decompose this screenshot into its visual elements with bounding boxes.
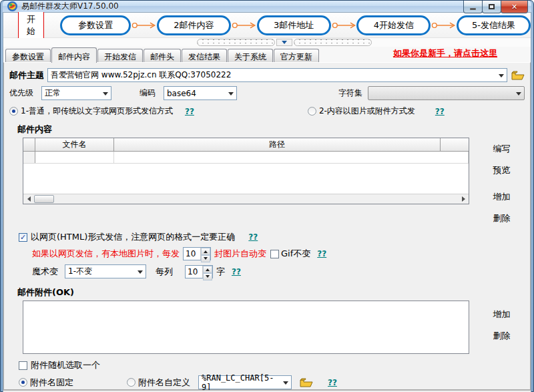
start-button[interactable]: 开始 [18,10,44,41]
scroll-left-icon[interactable] [23,194,34,204]
image-note-suffix: 封图片自动变 [214,248,266,260]
attachment-list[interactable] [23,301,469,354]
tab-send-result[interactable]: 发信结果 [182,49,227,62]
window-controls: ✕ [464,1,528,13]
percol-value: 10 [186,266,202,278]
table-row[interactable] [23,152,469,164]
toolbar-expand-button[interactable] [276,39,292,46]
content-add-button[interactable]: 增加 [491,190,513,204]
dropdown-arrow-icon[interactable] [226,89,236,98]
maximize-button[interactable] [482,1,501,13]
title-bar: 易邮件群发大师V17.50.00 ✕ [3,1,531,12]
arrow-right-icon [431,21,456,29]
priority-value: 正常 [45,87,61,99]
content-delete-button[interactable]: 删除 [491,211,513,226]
dropdown-arrow-icon[interactable] [100,89,111,98]
charset-label: 字符集 [338,87,362,99]
close-button[interactable]: ✕ [501,1,528,13]
toolbar-grip-right[interactable] [294,39,372,46]
path-column-header[interactable]: 路径 [114,138,441,151]
workflow-step-1[interactable]: 参数设置 [60,15,131,35]
window-title: 易邮件群发大师V17.50.00 [21,1,119,12]
maximize-icon [489,4,495,9]
stepper-up-icon[interactable] [201,248,210,255]
content-file-table[interactable]: 文件名 路径 [23,138,469,204]
tab-params[interactable]: 参数设置 [5,49,51,62]
row-selector-header[interactable] [23,138,35,151]
filename-column-header[interactable]: 文件名 [35,138,114,151]
window-body: 开始 参数设置 2邮件内容 3邮件地址 4开始发信 [3,12,531,392]
mode-normal-label: 1-普通，即传统以文字或网页形式发信方式 [21,106,173,117]
mode-normal-help-link[interactable]: ?? [185,107,194,116]
close-icon: ✕ [511,3,517,11]
path-cell[interactable] [114,152,469,163]
workflow-step-2[interactable]: 2邮件内容 [157,15,231,35]
tab-about[interactable]: 关于系统 [228,49,273,62]
encoding-select[interactable]: base64 [164,86,237,100]
gif-unchanged-checkbox[interactable] [270,250,279,258]
chevron-down-icon [282,41,287,47]
percol-stepper[interactable]: 10 [185,265,213,278]
toolbar-grip-left[interactable] [197,39,275,46]
newbie-help-link[interactable]: 如果你是新手，请点击这里 [393,47,497,59]
random-attachment-label: 附件随机选取一个 [31,359,100,371]
mode-image-label: 2-内容以图片或附件方式发 [319,106,415,117]
dropdown-arrow-icon[interactable] [496,71,507,80]
dropdown-arrow-icon[interactable] [281,378,291,387]
open-folder-icon[interactable] [511,70,525,81]
custom-name-radio[interactable] [127,378,136,387]
subject-value: 吾爱营销官网 www.52pjz.cn 联系QQ:37050222 [51,69,231,81]
magic-select[interactable]: 1-不变 [65,264,146,278]
attachment-delete-button[interactable]: 删除 [491,329,513,343]
mode-image-help-link[interactable]: ?? [435,107,445,116]
attachment-name-help-link[interactable]: ?? [328,378,337,387]
stepper-down-icon[interactable] [201,255,210,262]
encoding-label: 编码 [140,87,156,99]
mode-image-radio[interactable] [308,107,316,116]
scroll-right-icon[interactable] [458,194,469,204]
image-count-stepper[interactable]: 10 [183,247,211,260]
tab-start-send[interactable]: 开始发信 [97,49,143,62]
fixed-name-radio[interactable] [19,378,27,387]
filename-cell[interactable] [35,152,114,163]
tab-update[interactable]: 官方更新 [274,49,319,62]
dropdown-arrow-icon[interactable] [513,89,524,98]
tab-mail-header[interactable]: 邮件头 [144,49,181,62]
percol-help-link[interactable]: ?? [232,267,241,276]
random-attachment-checkbox[interactable] [19,361,27,370]
gif-help-link[interactable]: ?? [317,249,326,258]
workflow-step-4[interactable]: 4开始发信 [356,15,431,35]
custom-name-select[interactable]: %RAN_LC_CHAR[5-9] [198,375,292,389]
html-mode-checkbox[interactable] [19,233,27,242]
minimize-button[interactable] [463,1,483,13]
mode-normal-radio[interactable] [9,107,18,116]
fixed-name-label: 附件名固定 [30,377,73,389]
image-note-prefix: 如果以网页发信，有本地图片时，每发 [32,248,180,260]
open-folder-icon[interactable] [300,377,313,388]
app-icon [7,1,18,12]
row-selector-cell[interactable] [23,152,35,163]
preview-button[interactable]: 预览 [491,163,513,178]
table-empty-area [23,164,469,194]
priority-select[interactable]: 正常 [41,86,111,100]
scrollbar-thumb[interactable] [34,195,54,203]
minimize-icon [470,8,476,10]
charset-select[interactable] [368,86,525,100]
arrow-right-icon [232,21,256,29]
dropdown-arrow-icon[interactable] [135,267,146,276]
attachment-add-button[interactable]: 增加 [491,307,513,322]
stepper-up-icon[interactable] [203,266,212,273]
table-horizontal-scrollbar[interactable] [23,194,469,204]
workflow-step-5[interactable]: 5-发信结果 [457,15,531,35]
subject-combobox[interactable]: 吾爱营销官网 www.52pjz.cn 联系QQ:37050222 [47,68,507,82]
subject-label: 邮件主题 [9,69,44,81]
stepper-down-icon[interactable] [203,273,212,280]
workflow-step-3[interactable]: 3邮件地址 [257,15,331,35]
compose-button[interactable]: 编写 [491,142,513,156]
tab-mail-content[interactable]: 邮件内容 [51,47,97,63]
html-mode-label: 以网页(HTML)形式发信，注意网页的格式一定要正确 [31,231,235,243]
html-mode-help-link[interactable]: ?? [248,232,258,242]
tab-bar: 参数设置 邮件内容 开始发信 邮件头 发信结果 关于系统 官方更新 如果你是新手… [3,47,531,62]
magic-label: 魔术变 [32,266,58,278]
app-window: 易邮件群发大师V17.50.00 ✕ 开始 参数设置 2邮件内容 3邮件地址 [0,0,534,392]
